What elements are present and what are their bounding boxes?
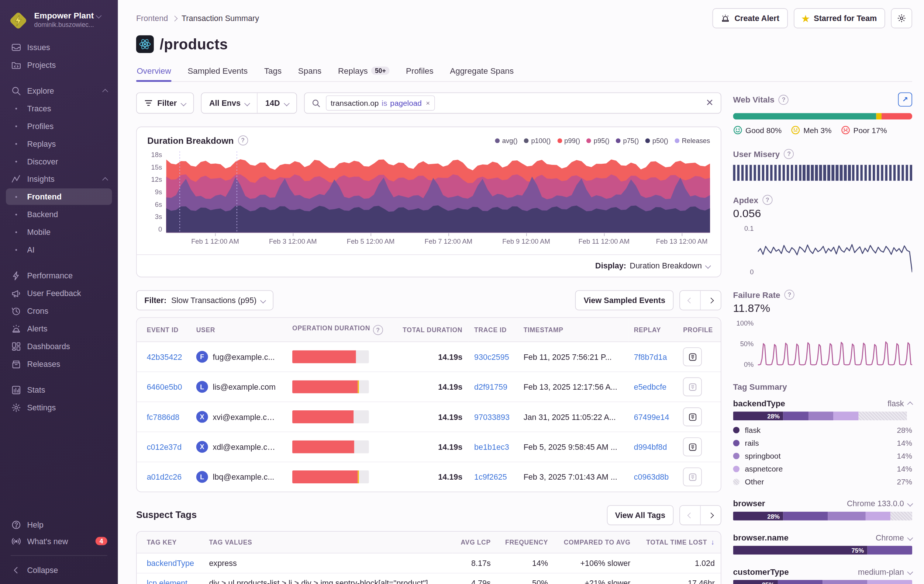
trace-id-link[interactable]: d2f91759 [474, 382, 507, 391]
sidebar-item-traces[interactable]: Traces [6, 100, 112, 117]
tab-profiles[interactable]: Profiles [405, 62, 434, 81]
sidebar-item-user-feedback[interactable]: User Feedback [6, 285, 112, 301]
legend-item-avg[interactable]: avg() [495, 137, 518, 144]
tag-distribution-bar: 28% [733, 411, 912, 420]
sidebar-item-help[interactable]: Help [6, 516, 112, 533]
event-id-link[interactable]: c012e37d [147, 443, 182, 451]
view-all-tags-button[interactable]: View All Tags [607, 505, 673, 525]
legend-item-p99[interactable]: p99() [557, 137, 580, 144]
tag-value-row[interactable]: Other27% [733, 477, 912, 486]
next-page-button[interactable] [700, 291, 721, 310]
sidebar-item-performance[interactable]: Performance [6, 267, 112, 284]
tab-tags[interactable]: Tags [264, 62, 282, 81]
tag-value-row[interactable]: flask28% [733, 426, 912, 435]
env-selector[interactable]: All Envs [201, 93, 257, 113]
replay-id-link[interactable]: 7f8b7d1a [634, 352, 667, 361]
sidebar-item-stats[interactable]: Stats [6, 382, 112, 398]
legend-item-p100[interactable]: p100() [524, 137, 551, 144]
sidebar-item-frontend[interactable]: Frontend [6, 188, 112, 205]
sidebar-item-discover[interactable]: Discover [6, 153, 112, 169]
prev-page-button[interactable] [680, 506, 700, 525]
tab-spans[interactable]: Spans [297, 62, 322, 81]
chip-remove-icon[interactable]: × [426, 99, 430, 107]
event-id-link[interactable]: fc7886d8 [147, 413, 180, 421]
sidebar-item-explore[interactable]: Explore [6, 82, 112, 99]
trace-id-link[interactable]: 930c2595 [474, 352, 509, 361]
search-input[interactable]: transaction.op is pageload × ✕ [304, 92, 721, 114]
tag-value-row[interactable]: rails14% [733, 439, 912, 447]
tag-selected-value[interactable]: Chrome 133.0.0 [847, 499, 912, 508]
search-token-chip[interactable]: transaction.op is pageload × [326, 95, 435, 111]
sidebar-item-collapse[interactable]: Collapse [6, 561, 112, 578]
tag-selected-value[interactable]: medium-plan [858, 568, 912, 576]
starred-for-team-button[interactable]: ★ Starred for Team [794, 8, 885, 28]
legend-item-p95[interactable]: p95() [587, 137, 610, 144]
profile-button[interactable] [683, 347, 702, 366]
help-icon[interactable] [373, 325, 383, 335]
legend-item-Releases[interactable]: Releases [675, 137, 710, 144]
sidebar-item-replays[interactable]: Replays [6, 135, 112, 152]
sidebar-item-mobile[interactable]: Mobile [6, 224, 112, 240]
breadcrumb-frontend[interactable]: Frontend [136, 14, 168, 23]
sidebar-item-what-s-new[interactable]: What's new4 [6, 533, 112, 549]
replay-id-link[interactable]: c0963d8b [634, 473, 669, 482]
replay-id-link[interactable]: 67499e14 [634, 413, 669, 421]
help-icon[interactable] [762, 195, 772, 205]
transactions-filter-button[interactable]: Filter: Slow Transactions (p95) [136, 290, 274, 310]
replay-id-link[interactable]: d994bf8d [634, 443, 667, 451]
tag-segment [823, 580, 867, 584]
event-id-link[interactable]: a01d2c26 [147, 473, 182, 482]
create-alert-button[interactable]: Create Alert [713, 8, 787, 28]
help-icon[interactable] [779, 94, 789, 104]
sidebar-item-dashboards[interactable]: Dashboards [6, 338, 112, 355]
trace-id-link[interactable]: 97033893 [474, 413, 510, 421]
prev-page-button[interactable] [680, 291, 700, 310]
trace-id-link[interactable]: 1c9f2625 [474, 473, 507, 482]
sidebar-item-ai[interactable]: AI [6, 242, 112, 258]
legend-item-p75[interactable]: p75() [616, 137, 639, 144]
sidebar-item-projects[interactable]: Projects [6, 56, 112, 73]
tag-segment [783, 512, 828, 521]
tab-sampled-events[interactable]: Sampled Events [187, 62, 248, 81]
tag-key-link[interactable]: backendType [147, 559, 194, 568]
sidebar-item-releases[interactable]: Releases [6, 356, 112, 372]
help-icon[interactable] [784, 149, 794, 159]
tab-overview[interactable]: Overview [136, 62, 172, 81]
tag-value-row[interactable]: aspnetcore14% [733, 464, 912, 474]
next-page-button[interactable] [700, 506, 721, 525]
sidebar-item-alerts[interactable]: Alerts [6, 321, 112, 337]
tab-aggregate-spans[interactable]: Aggregate Spans [449, 62, 515, 81]
sort-descending-icon[interactable]: ↓ [709, 538, 715, 546]
event-id-link[interactable]: 42b35422 [147, 352, 182, 361]
alerts-icon [11, 323, 21, 334]
profile-button[interactable] [683, 467, 702, 486]
profile-button[interactable] [683, 437, 702, 456]
tag-key-link[interactable]: lcp.element [147, 579, 188, 584]
sidebar-item-insights[interactable]: Insights [6, 171, 112, 187]
sidebar-item-issues[interactable]: Issues [6, 39, 112, 55]
legend-item-p50[interactable]: p50() [645, 137, 668, 144]
sidebar-item-settings[interactable]: Settings [6, 399, 112, 416]
view-sampled-events-button[interactable]: View Sampled Events [575, 290, 673, 310]
display-selector[interactable]: Duration Breakdown [630, 262, 710, 270]
sidebar-item-profiles[interactable]: Profiles [6, 118, 112, 134]
profile-button[interactable] [683, 407, 702, 426]
sidebar-item-backend[interactable]: Backend [6, 206, 112, 223]
help-icon[interactable] [238, 135, 248, 145]
help-icon[interactable] [784, 290, 794, 300]
trace-id-link[interactable]: be1b1ec3 [474, 443, 509, 451]
tag-selected-value[interactable]: flask [888, 399, 912, 408]
external-link-icon[interactable]: ↗ [898, 92, 912, 107]
settings-gear-button[interactable] [891, 8, 912, 28]
org-switcher[interactable]: Empower Plant dominik.buszowiec... [0, 7, 118, 39]
tab-replays[interactable]: Replays50+ [337, 62, 390, 81]
tag-value-row[interactable]: springboot14% [733, 452, 912, 461]
profile-button[interactable] [683, 378, 702, 396]
tag-selected-value[interactable]: Chrome [876, 533, 912, 542]
replay-id-link[interactable]: e5edbcfe [634, 382, 667, 391]
event-id-link[interactable]: 6460e5b0 [147, 382, 182, 391]
filter-button[interactable]: Filter [136, 92, 194, 114]
search-clear-icon[interactable]: ✕ [706, 99, 713, 108]
sidebar-item-crons[interactable]: Crons [6, 303, 112, 319]
period-selector[interactable]: 14D [257, 93, 297, 113]
